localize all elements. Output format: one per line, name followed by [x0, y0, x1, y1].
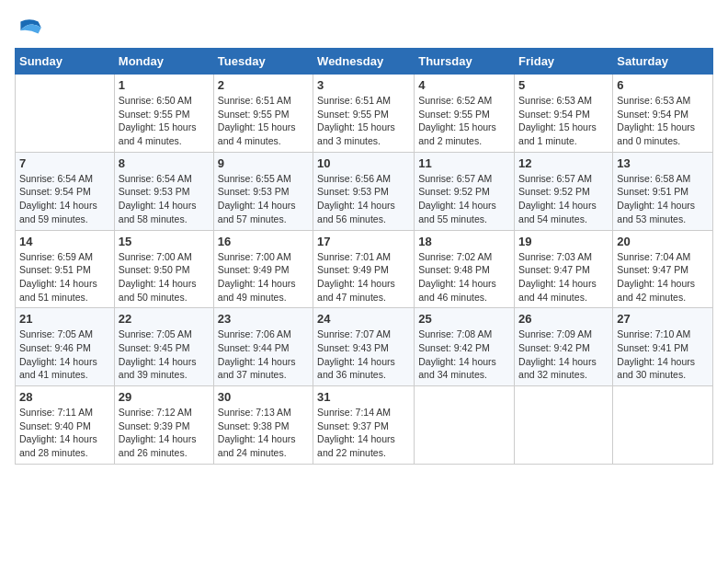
- day-info: Sunrise: 6:59 AM Sunset: 9:51 PM Dayligh…: [19, 250, 110, 304]
- header: [15, 15, 713, 40]
- header-day-friday: Friday: [515, 49, 613, 75]
- calendar-cell: 1Sunrise: 6:50 AM Sunset: 9:55 PM Daylig…: [114, 75, 213, 153]
- day-info: Sunrise: 7:12 AM Sunset: 9:39 PM Dayligh…: [119, 406, 210, 460]
- calendar-cell: 21Sunrise: 7:05 AM Sunset: 9:46 PM Dayli…: [16, 308, 115, 386]
- calendar-cell: 4Sunrise: 6:52 AM Sunset: 9:55 PM Daylig…: [415, 75, 515, 153]
- day-info: Sunrise: 6:57 AM Sunset: 9:52 PM Dayligh…: [518, 172, 609, 226]
- calendar-table: SundayMondayTuesdayWednesdayThursdayFrid…: [15, 48, 713, 465]
- day-number: 4: [418, 78, 510, 92]
- day-info: Sunrise: 7:00 AM Sunset: 9:50 PM Dayligh…: [119, 250, 210, 304]
- logo: [15, 15, 46, 40]
- day-info: Sunrise: 6:54 AM Sunset: 9:54 PM Dayligh…: [19, 172, 110, 226]
- day-info: Sunrise: 7:05 AM Sunset: 9:46 PM Dayligh…: [19, 327, 110, 382]
- calendar-cell: 27Sunrise: 7:10 AM Sunset: 9:41 PM Dayli…: [613, 308, 713, 386]
- day-number: 9: [218, 156, 309, 170]
- calendar-cell: 22Sunrise: 7:05 AM Sunset: 9:45 PM Dayli…: [114, 308, 213, 386]
- header-day-wednesday: Wednesday: [313, 49, 415, 75]
- day-info: Sunrise: 7:02 AM Sunset: 9:48 PM Dayligh…: [418, 250, 510, 304]
- calendar-cell: 14Sunrise: 6:59 AM Sunset: 9:51 PM Dayli…: [16, 230, 115, 308]
- day-info: Sunrise: 7:14 AM Sunset: 9:37 PM Dayligh…: [317, 406, 410, 460]
- calendar-cell: 24Sunrise: 7:07 AM Sunset: 9:43 PM Dayli…: [313, 308, 415, 386]
- calendar-cell: 23Sunrise: 7:06 AM Sunset: 9:44 PM Dayli…: [213, 308, 313, 386]
- calendar-cell: 11Sunrise: 6:57 AM Sunset: 9:52 PM Dayli…: [415, 152, 515, 230]
- calendar-cell: 26Sunrise: 7:09 AM Sunset: 9:42 PM Dayli…: [515, 308, 613, 386]
- calendar-week-4: 21Sunrise: 7:05 AM Sunset: 9:46 PM Dayli…: [16, 308, 713, 386]
- day-info: Sunrise: 7:05 AM Sunset: 9:45 PM Dayligh…: [119, 327, 210, 382]
- day-info: Sunrise: 6:53 AM Sunset: 9:54 PM Dayligh…: [617, 94, 709, 148]
- day-info: Sunrise: 7:00 AM Sunset: 9:49 PM Dayligh…: [218, 250, 309, 304]
- calendar-cell: 15Sunrise: 7:00 AM Sunset: 9:50 PM Dayli…: [114, 230, 213, 308]
- header-day-thursday: Thursday: [415, 49, 515, 75]
- day-number: 28: [19, 390, 110, 404]
- day-info: Sunrise: 7:01 AM Sunset: 9:49 PM Dayligh…: [317, 250, 410, 304]
- calendar-cell: 6Sunrise: 6:53 AM Sunset: 9:54 PM Daylig…: [613, 75, 713, 153]
- page-container: SundayMondayTuesdayWednesdayThursdayFrid…: [0, 0, 728, 479]
- day-info: Sunrise: 6:58 AM Sunset: 9:51 PM Dayligh…: [617, 172, 709, 226]
- calendar-cell: 9Sunrise: 6:55 AM Sunset: 9:53 PM Daylig…: [213, 152, 313, 230]
- calendar-cell: 18Sunrise: 7:02 AM Sunset: 9:48 PM Dayli…: [415, 230, 515, 308]
- day-number: 26: [518, 312, 609, 326]
- calendar-cell: 10Sunrise: 6:56 AM Sunset: 9:53 PM Dayli…: [313, 152, 415, 230]
- calendar-cell: 2Sunrise: 6:51 AM Sunset: 9:55 PM Daylig…: [213, 75, 313, 153]
- day-info: Sunrise: 7:03 AM Sunset: 9:47 PM Dayligh…: [518, 250, 609, 304]
- day-number: 16: [218, 235, 309, 248]
- day-number: 10: [317, 156, 410, 170]
- day-number: 5: [518, 78, 609, 92]
- calendar-cell: 25Sunrise: 7:08 AM Sunset: 9:42 PM Dayli…: [415, 308, 515, 386]
- day-number: 1: [119, 78, 210, 92]
- day-info: Sunrise: 6:50 AM Sunset: 9:55 PM Dayligh…: [119, 94, 210, 148]
- day-info: Sunrise: 7:13 AM Sunset: 9:38 PM Dayligh…: [218, 406, 309, 460]
- calendar-cell: 3Sunrise: 6:51 AM Sunset: 9:55 PM Daylig…: [313, 75, 415, 153]
- day-info: Sunrise: 6:55 AM Sunset: 9:53 PM Dayligh…: [218, 172, 309, 226]
- day-number: 29: [119, 390, 210, 404]
- day-info: Sunrise: 6:51 AM Sunset: 9:55 PM Dayligh…: [317, 94, 410, 148]
- calendar-cell: 29Sunrise: 7:12 AM Sunset: 9:39 PM Dayli…: [114, 386, 213, 465]
- calendar-cell: 17Sunrise: 7:01 AM Sunset: 9:49 PM Dayli…: [313, 230, 415, 308]
- header-day-sunday: Sunday: [16, 49, 115, 75]
- day-info: Sunrise: 7:08 AM Sunset: 9:42 PM Dayligh…: [418, 327, 510, 382]
- day-number: 31: [317, 390, 410, 404]
- day-number: 15: [119, 235, 210, 248]
- day-number: 3: [317, 78, 410, 92]
- day-number: 7: [19, 156, 110, 170]
- day-info: Sunrise: 6:57 AM Sunset: 9:52 PM Dayligh…: [418, 172, 510, 226]
- day-number: 24: [317, 312, 410, 326]
- header-day-monday: Monday: [114, 49, 213, 75]
- day-info: Sunrise: 7:07 AM Sunset: 9:43 PM Dayligh…: [317, 327, 410, 382]
- calendar-cell: 20Sunrise: 7:04 AM Sunset: 9:47 PM Dayli…: [613, 230, 713, 308]
- day-number: 20: [617, 235, 709, 248]
- calendar-cell: [16, 75, 115, 153]
- calendar-week-2: 7Sunrise: 6:54 AM Sunset: 9:54 PM Daylig…: [16, 152, 713, 230]
- day-info: Sunrise: 6:52 AM Sunset: 9:55 PM Dayligh…: [418, 94, 510, 148]
- day-number: 25: [418, 312, 510, 326]
- day-number: 11: [418, 156, 510, 170]
- day-info: Sunrise: 7:09 AM Sunset: 9:42 PM Dayligh…: [518, 327, 609, 382]
- calendar-cell: 12Sunrise: 6:57 AM Sunset: 9:52 PM Dayli…: [515, 152, 613, 230]
- calendar-cell: 7Sunrise: 6:54 AM Sunset: 9:54 PM Daylig…: [16, 152, 115, 230]
- day-number: 8: [119, 156, 210, 170]
- day-number: 18: [418, 235, 510, 248]
- calendar-cell: 13Sunrise: 6:58 AM Sunset: 9:51 PM Dayli…: [613, 152, 713, 230]
- day-info: Sunrise: 7:11 AM Sunset: 9:40 PM Dayligh…: [19, 406, 110, 460]
- calendar-header-row: SundayMondayTuesdayWednesdayThursdayFrid…: [16, 49, 713, 75]
- calendar-week-3: 14Sunrise: 6:59 AM Sunset: 9:51 PM Dayli…: [16, 230, 713, 308]
- calendar-cell: [515, 386, 613, 465]
- calendar-cell: [613, 386, 713, 465]
- calendar-cell: 19Sunrise: 7:03 AM Sunset: 9:47 PM Dayli…: [515, 230, 613, 308]
- calendar-cell: 5Sunrise: 6:53 AM Sunset: 9:54 PM Daylig…: [515, 75, 613, 153]
- day-number: 22: [119, 312, 210, 326]
- day-info: Sunrise: 7:06 AM Sunset: 9:44 PM Dayligh…: [218, 327, 309, 382]
- day-number: 21: [19, 312, 110, 326]
- calendar-cell: 31Sunrise: 7:14 AM Sunset: 9:37 PM Dayli…: [313, 386, 415, 465]
- day-number: 17: [317, 235, 410, 248]
- calendar-cell: 16Sunrise: 7:00 AM Sunset: 9:49 PM Dayli…: [213, 230, 313, 308]
- calendar-cell: 30Sunrise: 7:13 AM Sunset: 9:38 PM Dayli…: [213, 386, 313, 465]
- calendar-cell: 28Sunrise: 7:11 AM Sunset: 9:40 PM Dayli…: [16, 386, 115, 465]
- day-number: 14: [19, 235, 110, 248]
- calendar-cell: [415, 386, 515, 465]
- day-number: 23: [218, 312, 309, 326]
- calendar-week-5: 28Sunrise: 7:11 AM Sunset: 9:40 PM Dayli…: [16, 386, 713, 465]
- day-info: Sunrise: 6:56 AM Sunset: 9:53 PM Dayligh…: [317, 172, 410, 226]
- day-number: 27: [617, 312, 709, 326]
- calendar-week-1: 1Sunrise: 6:50 AM Sunset: 9:55 PM Daylig…: [16, 75, 713, 153]
